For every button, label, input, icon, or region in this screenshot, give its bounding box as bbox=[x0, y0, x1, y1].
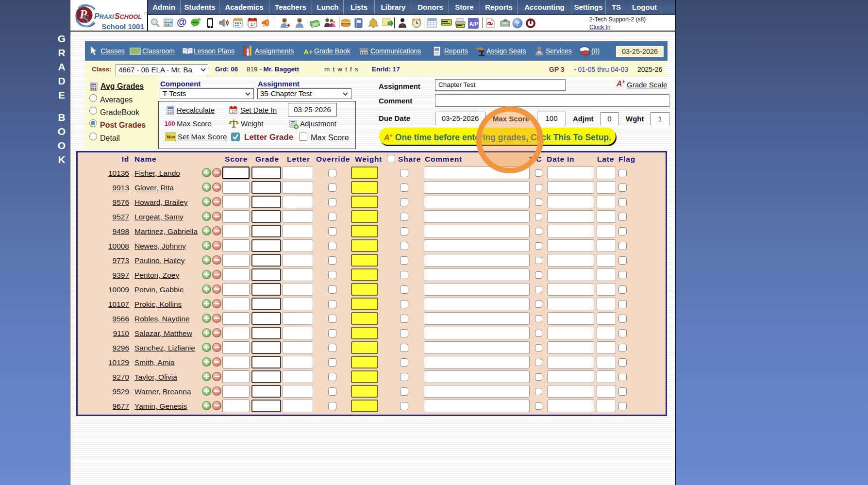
svg-text:A/P: A/P bbox=[469, 21, 478, 27]
svg-text:SCHOOL: SCHOOL bbox=[115, 12, 142, 20]
svg-text:17: 17 bbox=[232, 109, 236, 114]
svg-text:?: ? bbox=[516, 20, 519, 27]
svg-text:17: 17 bbox=[250, 22, 255, 27]
svg-text:S: S bbox=[83, 13, 89, 26]
svg-text:PRAXI: PRAXI bbox=[94, 12, 114, 20]
